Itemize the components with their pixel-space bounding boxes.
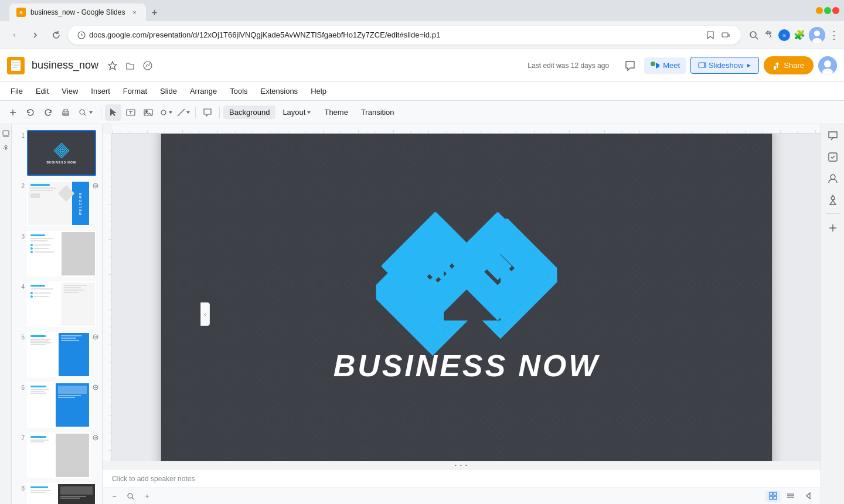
svg-line-6 <box>755 37 758 39</box>
search-icon[interactable] <box>748 29 760 41</box>
slides-panel-icon[interactable] <box>1 129 11 138</box>
zoom-fit-button[interactable] <box>124 489 138 503</box>
star-icon[interactable] <box>106 59 120 73</box>
svg-point-47 <box>5 148 6 149</box>
list-view-button[interactable] <box>783 491 798 502</box>
undo-button[interactable] <box>22 104 39 121</box>
slide-thumb-1[interactable]: BUSINESS NOW <box>27 130 96 176</box>
slide-thumb-3[interactable] <box>27 231 96 277</box>
comment-button[interactable] <box>621 56 639 75</box>
zoom-in-button[interactable]: + <box>140 489 154 503</box>
slide-with-ruler: BUSINESS NOW <box>103 134 821 461</box>
menu-format[interactable]: Format <box>117 84 153 98</box>
menu-file[interactable]: File <box>5 84 29 98</box>
slide-item-5[interactable]: 5 <box>14 331 100 379</box>
background-button[interactable]: Background <box>223 105 275 119</box>
notes-resize-handle[interactable]: • • • <box>103 461 821 469</box>
slide-thumb-5[interactable] <box>27 332 90 377</box>
google-account-icon[interactable]: G <box>778 29 790 41</box>
text-box-button[interactable] <box>122 104 139 121</box>
collapse-panel-button[interactable]: ‹ <box>200 302 210 326</box>
print-button[interactable] <box>57 104 74 121</box>
google-account-doc-icon[interactable] <box>141 59 155 73</box>
svg-rect-30 <box>64 113 67 115</box>
layout-dropdown[interactable]: Layout <box>277 105 317 119</box>
title-bar-controls <box>816 7 839 14</box>
menu-view[interactable]: View <box>56 84 84 98</box>
redo-button[interactable] <box>40 104 56 121</box>
user-avatar[interactable] <box>818 56 837 75</box>
slide-item-3[interactable]: 3 <box>14 230 100 278</box>
svg-point-40 <box>161 110 166 115</box>
slide-item-7[interactable]: 7 <box>14 431 100 479</box>
share-button[interactable]: Share <box>764 56 814 74</box>
slide-content: BUSINESS NOW <box>161 134 771 461</box>
address-bar: docs.google.com/presentation/d/12xOj1T66… <box>0 21 844 49</box>
tasks-panel-icon[interactable] <box>826 150 840 164</box>
theme-button[interactable]: Theme <box>318 105 353 119</box>
last-edit-text: Last edit was 12 days ago <box>528 62 609 70</box>
meet-button[interactable]: Meet <box>644 57 686 74</box>
links-panel-icon[interactable] <box>1 143 11 152</box>
chat-panel-icon[interactable] <box>826 129 840 143</box>
menu-edit[interactable]: Edit <box>30 84 55 98</box>
zoom-out-button[interactable]: − <box>107 489 121 503</box>
reload-button[interactable] <box>47 26 66 45</box>
profile-menu-icon[interactable] <box>809 27 825 43</box>
share-browser-icon[interactable] <box>763 29 775 41</box>
slide-thumb-6[interactable] <box>27 382 90 428</box>
svg-point-96 <box>128 493 132 498</box>
transition-button[interactable]: Transition <box>355 105 400 119</box>
menu-extensions[interactable]: Extensions <box>255 84 304 98</box>
slide-scroll-area[interactable]: BUSINESS NOW <box>112 134 821 461</box>
right-panel <box>821 124 844 504</box>
menu-slide[interactable]: Slide <box>154 84 183 98</box>
minimize-button[interactable] <box>816 7 823 14</box>
header-right: Meet Slideshow Share <box>621 56 837 75</box>
slideshow-button[interactable]: Slideshow <box>690 57 759 74</box>
bookmark-icon[interactable] <box>705 29 716 41</box>
slide-item-6[interactable]: 6 <box>14 381 100 429</box>
doc-actions <box>106 59 155 73</box>
back-button[interactable] <box>5 26 23 45</box>
move-to-folder-icon[interactable] <box>123 59 137 73</box>
slide-thumb-8[interactable] <box>27 483 96 504</box>
maximize-button[interactable] <box>824 7 831 14</box>
close-button[interactable] <box>832 7 839 14</box>
chrome-menu-icon[interactable]: ⋮ <box>829 29 839 42</box>
zoom-dropdown[interactable] <box>75 106 97 119</box>
lines-dropdown[interactable] <box>175 104 192 121</box>
shapes-dropdown[interactable] <box>158 104 174 121</box>
slide-thumb-4[interactable] <box>27 281 96 327</box>
comment-toolbar-button[interactable] <box>199 104 216 121</box>
svg-rect-99 <box>774 492 777 495</box>
slide-item-2[interactable]: 2 WELCOME <box>14 179 100 227</box>
menu-bar: File Edit View Insert Format Slide Arran… <box>0 82 844 101</box>
forward-button[interactable] <box>26 26 45 45</box>
image-button[interactable] <box>140 104 156 121</box>
menu-insert[interactable]: Insert <box>85 84 116 98</box>
contacts-panel-icon[interactable] <box>826 171 840 185</box>
slide-thumb-2[interactable]: WELCOME <box>27 181 90 226</box>
extensions-icon[interactable]: 🧩 <box>794 29 805 40</box>
slide-thumb-7[interactable] <box>27 433 90 478</box>
menu-tools[interactable]: Tools <box>224 84 253 98</box>
slide-item-1[interactable]: 1 BUSINESS NOW <box>14 129 100 177</box>
tab-close-button[interactable]: × <box>130 8 139 17</box>
new-tab-button[interactable]: + <box>146 5 162 21</box>
collapse-view-button[interactable] <box>801 491 816 502</box>
slide-item-8[interactable]: 8 <box>14 482 100 504</box>
maps-panel-icon[interactable] <box>826 192 840 206</box>
tab-strip: G business_now - Google Slides × + <box>9 0 811 21</box>
address-input[interactable]: docs.google.com/presentation/d/12xOj1T66… <box>68 26 741 45</box>
speaker-notes[interactable]: Click to add speaker notes <box>103 469 821 488</box>
add-panel-button[interactable] <box>826 221 840 235</box>
menu-help[interactable]: Help <box>305 84 332 98</box>
active-tab[interactable]: G business_now - Google Slides × <box>9 4 146 21</box>
add-slide-button[interactable] <box>5 104 21 121</box>
select-tool[interactable] <box>105 104 121 121</box>
slide-item-4[interactable]: 4 <box>14 280 100 328</box>
menu-arrange[interactable]: Arrange <box>184 84 223 98</box>
cast-icon[interactable] <box>720 29 731 41</box>
grid-view-button[interactable] <box>765 491 781 502</box>
